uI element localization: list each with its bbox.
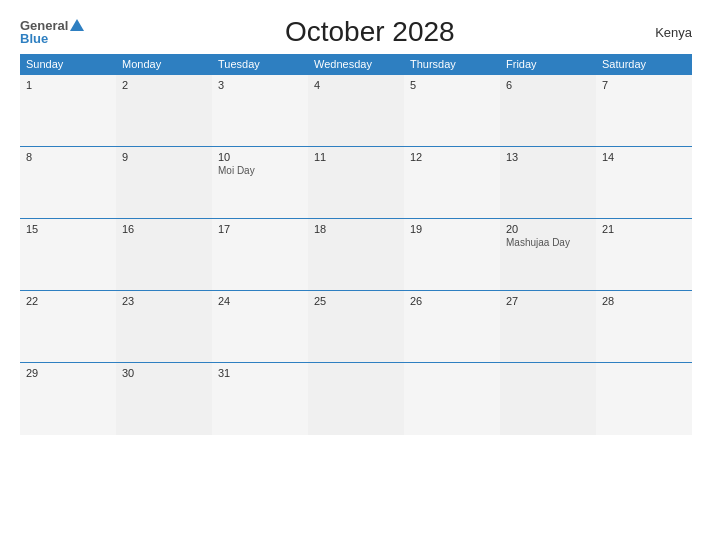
day-number: 19: [410, 223, 494, 235]
logo: General Blue: [20, 19, 84, 45]
calendar-cell: 13: [500, 147, 596, 219]
day-number: 2: [122, 79, 206, 91]
calendar-cell: 6: [500, 75, 596, 147]
calendar-cell: 8: [20, 147, 116, 219]
day-number: 7: [602, 79, 686, 91]
week-row: 8910Moi Day11121314: [20, 147, 692, 219]
day-number: 12: [410, 151, 494, 163]
calendar-cell: 20Mashujaa Day: [500, 219, 596, 291]
day-number: 25: [314, 295, 398, 307]
calendar-cell: 27: [500, 291, 596, 363]
day-number: 8: [26, 151, 110, 163]
day-header-tuesday: Tuesday: [212, 54, 308, 75]
week-row: 293031: [20, 363, 692, 435]
calendar-cell: 3: [212, 75, 308, 147]
holiday-label: Mashujaa Day: [506, 237, 590, 248]
calendar-cell: 11: [308, 147, 404, 219]
calendar-cell: [500, 363, 596, 435]
day-number: 17: [218, 223, 302, 235]
calendar-cell: 18: [308, 219, 404, 291]
day-number: 29: [26, 367, 110, 379]
calendar-cell: 1: [20, 75, 116, 147]
calendar-cell: 19: [404, 219, 500, 291]
day-number: 10: [218, 151, 302, 163]
day-header-friday: Friday: [500, 54, 596, 75]
day-number: 3: [218, 79, 302, 91]
holiday-label: Moi Day: [218, 165, 302, 176]
calendar-body: 12345678910Moi Day11121314151617181920Ma…: [20, 75, 692, 435]
logo-blue-text: Blue: [20, 32, 48, 45]
calendar-table: SundayMondayTuesdayWednesdayThursdayFrid…: [20, 54, 692, 435]
calendar-cell: 31: [212, 363, 308, 435]
day-number: 23: [122, 295, 206, 307]
day-number: 20: [506, 223, 590, 235]
calendar-cell: 10Moi Day: [212, 147, 308, 219]
calendar-cell: 9: [116, 147, 212, 219]
day-number: 1: [26, 79, 110, 91]
calendar-cell: 14: [596, 147, 692, 219]
day-number: 4: [314, 79, 398, 91]
day-number: 5: [410, 79, 494, 91]
calendar-cell: [308, 363, 404, 435]
day-number: 31: [218, 367, 302, 379]
week-row: 1234567: [20, 75, 692, 147]
calendar-cell: 28: [596, 291, 692, 363]
day-number: 16: [122, 223, 206, 235]
calendar-title: October 2028: [285, 16, 455, 48]
day-header-monday: Monday: [116, 54, 212, 75]
calendar-cell: 17: [212, 219, 308, 291]
calendar-cell: 7: [596, 75, 692, 147]
calendar-cell: [596, 363, 692, 435]
day-number: 28: [602, 295, 686, 307]
day-number: 15: [26, 223, 110, 235]
day-number: 13: [506, 151, 590, 163]
calendar-cell: 16: [116, 219, 212, 291]
day-number: 27: [506, 295, 590, 307]
calendar-cell: 21: [596, 219, 692, 291]
calendar-cell: 22: [20, 291, 116, 363]
day-header-saturday: Saturday: [596, 54, 692, 75]
day-number: 26: [410, 295, 494, 307]
calendar-cell: 12: [404, 147, 500, 219]
calendar-cell: 2: [116, 75, 212, 147]
calendar-cell: 5: [404, 75, 500, 147]
calendar-cell: 29: [20, 363, 116, 435]
week-row: 151617181920Mashujaa Day21: [20, 219, 692, 291]
day-number: 22: [26, 295, 110, 307]
day-number: 30: [122, 367, 206, 379]
day-number: 14: [602, 151, 686, 163]
week-row: 22232425262728: [20, 291, 692, 363]
page-header: General Blue October 2028 Kenya: [20, 16, 692, 48]
day-number: 6: [506, 79, 590, 91]
calendar-cell: [404, 363, 500, 435]
days-of-week-row: SundayMondayTuesdayWednesdayThursdayFrid…: [20, 54, 692, 75]
calendar-cell: 15: [20, 219, 116, 291]
day-number: 9: [122, 151, 206, 163]
day-number: 11: [314, 151, 398, 163]
day-header-wednesday: Wednesday: [308, 54, 404, 75]
day-number: 21: [602, 223, 686, 235]
day-header-thursday: Thursday: [404, 54, 500, 75]
day-number: 24: [218, 295, 302, 307]
day-header-sunday: Sunday: [20, 54, 116, 75]
calendar-cell: 23: [116, 291, 212, 363]
calendar-header: SundayMondayTuesdayWednesdayThursdayFrid…: [20, 54, 692, 75]
calendar-cell: 25: [308, 291, 404, 363]
country-label: Kenya: [655, 25, 692, 40]
calendar-cell: 30: [116, 363, 212, 435]
logo-triangle-icon: [70, 19, 84, 31]
calendar-cell: 4: [308, 75, 404, 147]
day-number: 18: [314, 223, 398, 235]
calendar-cell: 26: [404, 291, 500, 363]
calendar-cell: 24: [212, 291, 308, 363]
